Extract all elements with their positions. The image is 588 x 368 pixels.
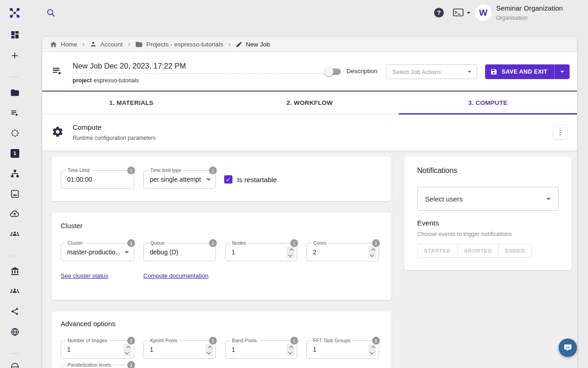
save-and-exit-button[interactable]: SAVE AND EXIT: [485, 64, 570, 79]
share-icon[interactable]: [10, 306, 20, 316]
add-new-icon[interactable]: +: [10, 50, 20, 60]
field-label: FFT Task Groups: [311, 338, 352, 343]
stepper-down-icon[interactable]: [370, 253, 373, 257]
fft-task-groups-stepper[interactable]: FFT Task Groups 1 i: [306, 340, 379, 359]
console-menu-button[interactable]: [453, 8, 470, 17]
breadcrumb-account[interactable]: Account: [90, 40, 123, 48]
stepper-up-icon[interactable]: [371, 248, 375, 252]
info-icon[interactable]: i: [209, 337, 217, 345]
time-limit-type-select[interactable]: Time limit type per single attempt i: [143, 170, 216, 189]
info-icon[interactable]: i: [127, 167, 135, 174]
dashboard-icon[interactable]: [10, 29, 20, 40]
explore-globe-icon[interactable]: [10, 327, 20, 337]
save-dropdown-button[interactable]: [554, 64, 570, 79]
units-icon[interactable]: 1: [10, 148, 20, 158]
team-icon[interactable]: [10, 229, 20, 239]
organization-members-icon[interactable]: [10, 286, 20, 296]
workflows-icon[interactable]: [10, 168, 20, 178]
organization-subtitle: Organisation: [496, 15, 527, 21]
search-icon[interactable]: [46, 8, 56, 18]
images-icon[interactable]: [10, 189, 20, 199]
jobs-icon[interactable]: [10, 108, 20, 118]
cluster-select[interactable]: Cluster master-productio... i: [61, 243, 134, 261]
number-stepper[interactable]: [287, 247, 294, 259]
chevron-down-icon: [560, 71, 564, 73]
chat-launcher-button[interactable]: [559, 339, 577, 357]
more-partial-icon[interactable]: [10, 362, 20, 368]
info-icon[interactable]: i: [127, 239, 135, 247]
select-users-dropdown[interactable]: Select users: [417, 187, 559, 211]
breadcrumb-project[interactable]: Projects - espresso-tutorials: [135, 40, 223, 48]
cluster-status-link[interactable]: See cluster status: [61, 272, 108, 279]
band-pools-stepper[interactable]: Band Pools 1 i: [225, 340, 297, 359]
job-actions-select[interactable]: Select Job Actions: [386, 64, 477, 79]
stepper-up-icon[interactable]: [126, 346, 130, 350]
toggle-knob: [324, 67, 334, 76]
info-icon[interactable]: i: [127, 337, 135, 345]
event-aborted-button[interactable]: ABORTED: [457, 244, 499, 258]
runtime-card: Time Limit 01:00:00 i Time limit type pe…: [51, 156, 391, 201]
job-title[interactable]: New Job Dec 20, 2023, 17:22 PM: [73, 62, 186, 70]
events-heading: Events: [417, 219, 439, 227]
tab-workflow[interactable]: 2. WORKFLOW: [220, 92, 399, 114]
info-icon[interactable]: i: [290, 337, 298, 345]
compute-documentation-link[interactable]: Compute documentation: [143, 272, 209, 279]
nodes-stepper[interactable]: Nodes 1 i: [225, 243, 297, 261]
projects-folder-icon[interactable]: [10, 87, 20, 98]
info-icon[interactable]: i: [372, 239, 380, 247]
job-project: projectespresso-tutorials: [73, 77, 139, 84]
stepper-up-icon[interactable]: [289, 346, 293, 350]
number-stepper[interactable]: [124, 344, 131, 356]
stepper-down-icon[interactable]: [370, 351, 373, 354]
cluster-heading: Cluster: [61, 222, 83, 230]
breadcrumb-new-job[interactable]: New Job: [236, 41, 270, 48]
app-root: ? W Seminar Organization Organisation +: [0, 0, 588, 368]
info-icon[interactable]: i: [372, 337, 380, 345]
bank-icon[interactable]: [10, 266, 20, 276]
queue-field[interactable]: Queue debug (D) i: [143, 243, 216, 261]
cluster-card: Cluster Cluster master-productio... i Qu…: [51, 213, 391, 300]
breadcrumb-home[interactable]: Home: [50, 40, 77, 48]
help-icon[interactable]: ?: [434, 8, 444, 17]
stepper-down-icon[interactable]: [207, 351, 210, 354]
cores-stepper[interactable]: Cores 2 i: [306, 243, 379, 261]
chat-icon: [563, 343, 573, 353]
time-limit-field[interactable]: Time Limit 01:00:00 i: [61, 170, 134, 189]
tab-materials[interactable]: 1. MATERIALS: [42, 92, 220, 114]
info-icon[interactable]: i: [209, 239, 217, 247]
parallelization-levels-field[interactable]: Parallelization levels i: [61, 365, 134, 368]
main-panel: Home › Account › Projects - espresso-tut…: [42, 37, 577, 368]
number-of-images-stepper[interactable]: Number of Images 1 i: [61, 340, 134, 359]
field-value: debug (D): [150, 243, 178, 261]
stepper-up-icon[interactable]: [289, 248, 293, 252]
field-value: 1: [67, 341, 71, 358]
chevron-down-icon: [124, 251, 129, 253]
home-icon: [50, 40, 57, 48]
kebab-menu-button[interactable]: ⋮: [553, 125, 568, 140]
organization-name[interactable]: Seminar Organization: [496, 4, 563, 12]
info-icon[interactable]: i: [209, 167, 217, 174]
event-ended-button[interactable]: ENDED: [498, 244, 532, 258]
tab-compute[interactable]: 3. COMPUTE: [399, 92, 577, 114]
stepper-down-icon[interactable]: [125, 351, 129, 354]
stepper-down-icon[interactable]: [288, 253, 292, 257]
number-stepper[interactable]: [368, 247, 376, 259]
is-restartable-checkbox[interactable]: ✓: [224, 175, 232, 184]
materials-icon[interactable]: [10, 128, 20, 138]
event-started-button[interactable]: STARTED: [417, 244, 458, 258]
stepper-up-icon[interactable]: [208, 346, 212, 350]
number-stepper[interactable]: [368, 344, 376, 356]
logo-icon[interactable]: [8, 6, 21, 19]
stepper-down-icon[interactable]: [288, 351, 292, 354]
kpoint-pools-stepper[interactable]: Kpoint Pools 1 i: [143, 340, 216, 359]
description-label: Description: [346, 68, 378, 75]
info-icon[interactable]: i: [290, 239, 298, 247]
number-stepper[interactable]: [205, 344, 213, 356]
avatar[interactable]: W: [475, 5, 492, 21]
info-icon[interactable]: i: [127, 361, 135, 368]
number-stepper[interactable]: [287, 344, 294, 356]
chevron-down-icon: [467, 12, 470, 14]
description-toggle[interactable]: [325, 69, 341, 75]
stepper-up-icon[interactable]: [371, 346, 375, 350]
cloud-upload-icon[interactable]: [10, 209, 20, 219]
